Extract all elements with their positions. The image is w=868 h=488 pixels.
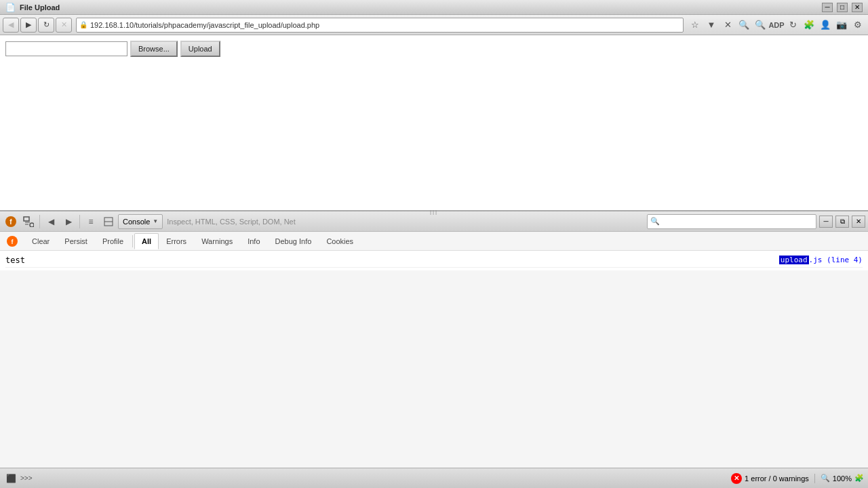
firebug-icon[interactable]: f	[3, 214, 19, 230]
navigation-bar: ◀ ▶ ↻ ✕ 🔒 192.168.1.10/tutorials/phpacad…	[0, 15, 868, 35]
tab-debug-info[interactable]: Debug Info	[268, 233, 319, 249]
svg-rect-2	[24, 217, 29, 221]
devtools-restore-button[interactable]: ⧉	[835, 216, 849, 228]
panel-tabs-hint: Inspect, HTML, CSS, Script, DOM, Net	[167, 218, 296, 226]
error-text: 1 error / 0 warnings	[745, 474, 809, 483]
maximize-button[interactable]: □	[837, 3, 848, 12]
console-log-line: (line 4)	[827, 256, 863, 264]
devtools-close-button[interactable]: ✕	[852, 216, 865, 228]
console-log-ext: .js	[809, 256, 823, 264]
zoom-icon-status: 🔍	[821, 474, 830, 483]
console-tab-selector[interactable]: Console ▼	[118, 214, 163, 229]
filter-separator	[132, 235, 133, 247]
status-panel-icon[interactable]: ⬛	[4, 472, 18, 485]
tab-profile[interactable]: Profile	[95, 233, 131, 249]
tab-persist[interactable]: Persist	[57, 233, 95, 249]
devtools-menu-icon[interactable]: ≡	[83, 214, 99, 230]
toolbar-separator-1	[39, 215, 40, 228]
address-icon: 🔒	[79, 21, 87, 28]
console-log-text: test	[5, 256, 779, 265]
devtools-panel-toggle[interactable]	[100, 214, 117, 230]
address-text: 192.168.1.10/tutorials/phpacademy/javasc…	[90, 21, 680, 29]
devtools-search-icon: 🔍	[650, 217, 660, 226]
adp-icon[interactable]: ADP	[769, 18, 784, 33]
plugin-icon-2[interactable]: 👤	[818, 18, 833, 33]
tab-all[interactable]: All	[134, 233, 159, 249]
devtools-search-box[interactable]: 🔍	[647, 214, 816, 229]
zoom-level: 100%	[833, 474, 852, 483]
devtools-minimize-button[interactable]: ─	[819, 216, 833, 228]
tab-clear[interactable]: Clear	[24, 233, 57, 249]
resize-dots: |||	[430, 209, 438, 215]
devtools-forward-icon[interactable]: ▶	[60, 214, 77, 230]
console-dropdown-arrow: ▼	[153, 218, 158, 224]
error-icon: ✕	[731, 473, 742, 484]
console-tab-label: Console	[123, 218, 150, 226]
devtools-back-icon[interactable]: ◀	[43, 214, 59, 230]
console-output: test upload.js (line 4)	[0, 251, 868, 270]
bookmark-dropdown-icon[interactable]: ▼	[704, 18, 719, 33]
devtools-panel: ||| f ◀ ▶ ≡	[0, 210, 868, 468]
console-log-source[interactable]: upload.js (line 4)	[779, 256, 863, 264]
title-bar: 📄 File Upload ─ □ ✕	[0, 0, 868, 15]
svg-line-6	[33, 226, 34, 227]
status-addon-icon: 🧩	[854, 474, 864, 483]
stop-button[interactable]: ✕	[56, 18, 72, 33]
status-expand-button[interactable]: >>>	[20, 474, 33, 482]
tab-errors[interactable]: Errors	[159, 233, 194, 249]
zoom-out-icon[interactable]: 🔍	[753, 18, 768, 33]
devtools-search-input[interactable]	[660, 218, 813, 226]
back-button[interactable]: ◀	[3, 18, 19, 33]
upload-button[interactable]: Upload	[180, 41, 220, 57]
bookmark-icon[interactable]: ☆	[688, 18, 703, 33]
minimize-button[interactable]: ─	[822, 3, 833, 12]
tab-info[interactable]: Info	[240, 233, 267, 249]
settings-icon[interactable]: ⚙	[850, 18, 865, 33]
close-button[interactable]: ✕	[852, 3, 863, 12]
page-content: Browse... Upload	[0, 35, 868, 205]
nav-icons-right: ☆ ▼ ✕ 🔍 🔍 ADP ↻ 🧩 👤 📷 ⚙	[688, 18, 865, 33]
status-bar: ⬛ >>> ✕ 1 error / 0 warnings 🔍 100% 🧩	[0, 468, 868, 488]
browser-icon: 📄	[5, 3, 16, 12]
file-input[interactable]	[5, 41, 127, 56]
toolbar-separator-2	[79, 215, 80, 228]
stop-loading-icon[interactable]: ✕	[720, 18, 735, 33]
firebug-logo: f	[5, 235, 19, 248]
browse-button[interactable]: Browse...	[130, 41, 178, 57]
zoom-icon[interactable]: 🔍	[736, 18, 751, 33]
console-filter-bar: f Clear Persist Profile All Errors Warni…	[0, 232, 868, 251]
inspect-element-icon[interactable]	[20, 214, 37, 230]
console-log-entry: test upload.js (line 4)	[5, 253, 863, 268]
status-error-badge: ✕ 1 error / 0 warnings 🔍 100% 🧩	[731, 473, 864, 484]
file-upload-form: Browse... Upload	[5, 41, 863, 57]
tab-warnings[interactable]: Warnings	[194, 233, 240, 249]
console-log-file: upload	[779, 256, 809, 264]
tab-cookies[interactable]: Cookies	[319, 233, 361, 249]
refresh-icon[interactable]: ↻	[785, 18, 800, 33]
address-bar[interactable]: 🔒 192.168.1.10/tutorials/phpacademy/java…	[76, 18, 684, 33]
forward-button[interactable]: ▶	[20, 18, 37, 33]
devtools-toolbar: f ◀ ▶ ≡ Console ▼ Ins	[0, 211, 868, 232]
plugin-icon-1[interactable]: 🧩	[802, 18, 816, 33]
devtools-resize-handle[interactable]: |||	[420, 209, 448, 214]
reload-button[interactable]: ↻	[38, 18, 54, 33]
window-title: File Upload	[20, 3, 60, 12]
status-divider	[814, 474, 815, 483]
screenshot-icon[interactable]: 📷	[834, 18, 849, 33]
